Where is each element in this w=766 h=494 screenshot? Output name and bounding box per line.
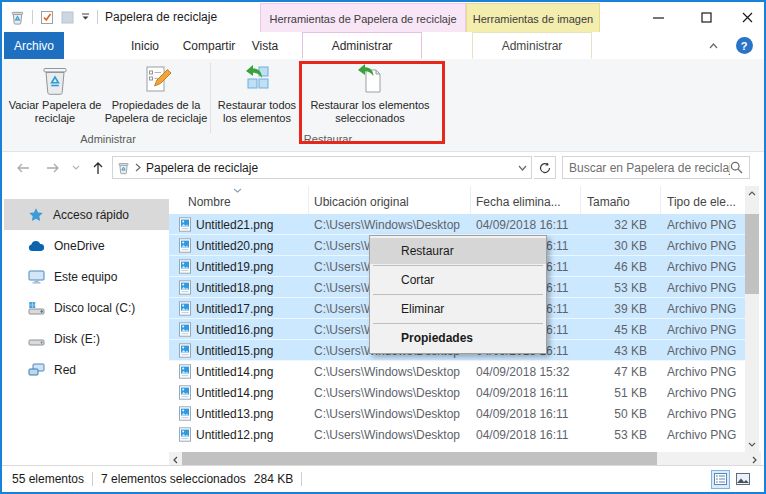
minimize-button[interactable] <box>643 2 673 32</box>
column-header-tamano[interactable]: Tamaño <box>581 186 661 214</box>
thumbnail-view-button[interactable] <box>733 470 752 489</box>
address-bar: Papelera de reciclaje Buscar en Papelera… <box>2 152 764 183</box>
file-row[interactable]: Untitled14.png C:\Users\Windows\Desktop … <box>169 361 747 382</box>
cloud-icon <box>28 240 45 252</box>
sidebar-item-este-equipo[interactable]: Este equipo <box>4 261 169 292</box>
vertical-scrollbar[interactable] <box>745 186 759 452</box>
context-menu-item-eliminar[interactable]: Eliminar <box>370 296 546 322</box>
help-button[interactable]: ? <box>732 32 756 59</box>
sidebar-item-label: Este equipo <box>54 270 117 284</box>
file-size: 47 KB <box>567 365 647 379</box>
empty-recycle-bin-button[interactable]: Vaciar Papelera de reciclaje <box>8 63 102 125</box>
context-menu-item-propiedades[interactable]: Propiedades <box>370 325 546 351</box>
sidebar-item-acceso-rapido[interactable]: Acceso rápido <box>4 199 169 230</box>
ribbon-group-divider <box>210 63 211 133</box>
search-placeholder: Buscar en Papelera de reciclaje <box>569 161 730 175</box>
refresh-button[interactable] <box>534 156 556 179</box>
details-view-button[interactable] <box>711 470 730 489</box>
sidebar-item-disco-local-c[interactable]: Disco local (C:) <box>4 292 169 323</box>
status-bar: 55 elementos 7 elementos seleccionados 2… <box>2 465 764 492</box>
png-file-icon <box>178 343 192 358</box>
tab-administrar-recycle[interactable]: Administrar <box>302 32 422 59</box>
file-type: Archivo PNG <box>667 386 745 400</box>
breadcrumb-path[interactable]: Papelera de reciclaje <box>146 161 513 175</box>
inactive-tool-icon[interactable] <box>61 11 74 24</box>
arrow-left-icon <box>16 162 30 174</box>
recent-locations-button[interactable] <box>68 152 84 183</box>
restore-all-items-button[interactable]: Restaurar todos los elementos <box>214 63 300 125</box>
quick-access-toolbar: Papelera de reciclaje <box>10 2 217 32</box>
up-button[interactable] <box>87 152 109 183</box>
sidebar-item-onedrive[interactable]: OneDrive <box>4 230 169 261</box>
forward-button[interactable] <box>42 152 64 183</box>
scroll-up-button[interactable] <box>745 186 759 201</box>
sort-descending-icon <box>233 188 242 193</box>
file-size: 30 KB <box>567 239 647 253</box>
restore-check-icon[interactable] <box>40 10 54 25</box>
file-type: Archivo PNG <box>667 428 745 442</box>
star-icon <box>28 207 44 223</box>
window-title: Papelera de reciclaje <box>105 10 217 24</box>
file-name: Untitled13.png <box>196 407 311 421</box>
png-file-icon <box>178 406 192 421</box>
png-file-icon <box>178 217 192 232</box>
column-header-fecha[interactable]: Fecha elimina... <box>471 186 581 214</box>
file-name: Untitled15.png <box>196 344 311 358</box>
recycle-bin-small-icon <box>117 161 130 175</box>
context-menu: Restaurar Cortar Eliminar Propiedades <box>369 235 547 354</box>
ribbon-tab-row: Archivo Inicio Compartir Vista Administr… <box>2 32 764 60</box>
thumbnail-view-icon <box>736 473 750 485</box>
file-type: Archivo PNG <box>667 239 745 253</box>
search-icon[interactable] <box>730 161 743 174</box>
computer-icon <box>28 269 45 284</box>
restore-all-icon <box>241 63 273 97</box>
red-highlight-box <box>299 61 445 144</box>
sidebar-item-red[interactable]: Red <box>4 354 169 385</box>
address-dropdown-chevron-icon[interactable] <box>518 165 527 171</box>
file-row[interactable]: Untitled12.png C:\Users\Windows\Desktop … <box>169 424 747 445</box>
column-header-tipo[interactable]: Tipo de ele... <box>661 186 745 214</box>
recycle-bin-properties-button[interactable]: Propiedades de la Papelera de reciclaje <box>104 63 208 125</box>
file-row[interactable]: Untitled13.png C:\Users\Windows\Desktop … <box>169 403 747 424</box>
status-total-items: 55 elementos <box>12 472 84 486</box>
file-size: 51 KB <box>567 386 647 400</box>
vertical-scroll-thumb[interactable] <box>745 214 759 294</box>
status-selection-size: 284 KB <box>254 472 293 486</box>
arrow-right-icon <box>46 162 60 174</box>
close-button[interactable] <box>732 2 762 32</box>
search-box[interactable]: Buscar en Papelera de reciclaje <box>562 156 750 179</box>
status-selected-items: 7 elementos seleccionados <box>101 472 246 486</box>
column-header-ubicacion[interactable]: Ubicación original <box>309 186 471 214</box>
tab-compartir[interactable]: Compartir <box>176 32 242 59</box>
context-menu-item-cortar[interactable]: Cortar <box>370 267 546 293</box>
tab-administrar-image[interactable]: Administrar <box>472 32 592 59</box>
tab-archivo[interactable]: Archivo <box>4 32 64 59</box>
customize-toolbar-chevron-icon[interactable] <box>81 13 90 21</box>
sidebar-item-disk-e[interactable]: Disk (E:) <box>4 323 169 354</box>
network-icon <box>28 363 45 377</box>
ribbon-button-label: Vaciar Papelera de reciclaje <box>8 99 102 125</box>
scroll-down-button[interactable] <box>745 437 759 452</box>
title-bar: Papelera de reciclaje Herramientas de Pa… <box>2 2 764 32</box>
file-row[interactable]: Untitled14.png C:\Users\Windows\Desktop … <box>169 382 747 403</box>
file-size: 46 KB <box>567 260 647 274</box>
file-name: Untitled14.png <box>196 365 311 379</box>
tab-inicio[interactable]: Inicio <box>114 32 176 59</box>
chevron-up-icon <box>748 191 756 196</box>
context-menu-item-restaurar[interactable]: Restaurar <box>370 238 546 264</box>
tab-vista[interactable]: Vista <box>242 32 288 59</box>
minimize-icon <box>653 12 664 23</box>
back-button[interactable] <box>12 152 34 183</box>
drive-icon <box>28 332 45 346</box>
explorer-window: Papelera de reciclaje Herramientas de Pa… <box>0 0 766 494</box>
address-box[interactable]: Papelera de reciclaje <box>112 156 532 179</box>
details-view-icon <box>714 473 727 485</box>
file-name: Untitled14.png <box>196 386 311 400</box>
file-row[interactable]: Untitled21.png C:\Users\Windows\Desktop … <box>169 214 747 235</box>
collapse-ribbon-button[interactable] <box>702 32 724 59</box>
file-type: Archivo PNG <box>667 323 745 337</box>
ribbon: Vaciar Papelera de reciclaje Propiedades… <box>2 59 764 152</box>
sidebar-item-label: Red <box>54 363 76 377</box>
file-type: Archivo PNG <box>667 407 745 421</box>
maximize-button[interactable] <box>691 2 721 32</box>
